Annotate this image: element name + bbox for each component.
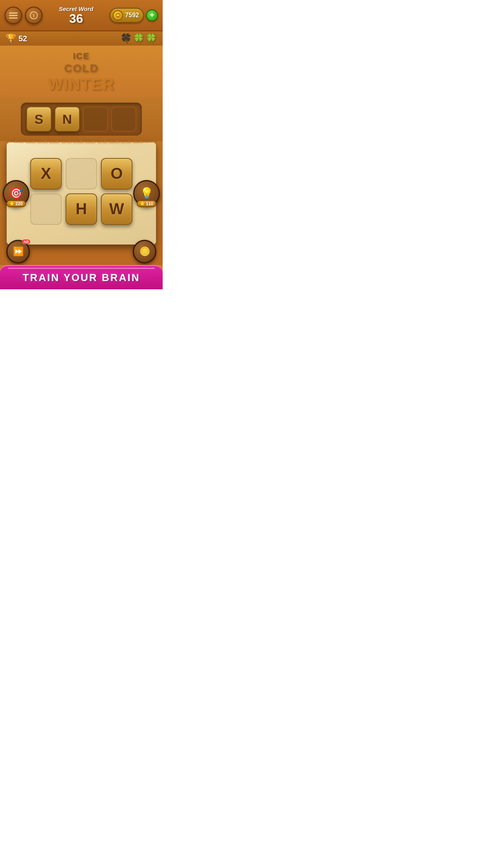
letter-tile-x[interactable]: X — [30, 158, 62, 189]
shuffle-cost-badge: ⭐ 220 — [6, 200, 26, 207]
trophy-score: 🏆 52 — [6, 33, 27, 44]
shuffle-powerup-button[interactable]: 🎯 ⭐ 220 — [3, 180, 29, 207]
letter-tile-o[interactable]: O — [101, 158, 132, 189]
parchment-area: 🎯 ⭐ 220 💡 ⭐ 110 X O H — [0, 141, 163, 265]
answer-tile-1[interactable]: N — [55, 107, 80, 132]
clue-word-1: ICE — [73, 51, 90, 61]
score-number: 52 — [18, 34, 27, 43]
crown-icon — [115, 13, 121, 18]
letter-tile-empty-2 — [30, 193, 62, 225]
header: i Secret Word 36 7592 + — [0, 0, 163, 31]
add-coins-button[interactable]: + — [146, 9, 158, 21]
letter-tile-h[interactable]: H — [66, 193, 97, 225]
menu-button[interactable] — [5, 7, 22, 24]
answer-tile-3[interactable] — [111, 107, 136, 132]
clover-icon-2: 🍀 — [133, 33, 145, 44]
coin-display: 7592 — [110, 8, 144, 23]
coin-icon — [113, 10, 123, 20]
answer-tile-2[interactable] — [83, 107, 108, 132]
parchment: 🎯 ⭐ 220 💡 ⭐ 110 X O H — [7, 142, 156, 245]
info-button[interactable]: i — [25, 7, 42, 24]
clover-icon-1: 🍀 — [120, 33, 132, 44]
lightbulb-icon: 💡 — [140, 187, 154, 200]
dart-icon: 🎯 — [9, 187, 23, 200]
shuffle-cost: 220 — [15, 201, 22, 206]
clovers: 🍀 🍀 🍀 — [120, 33, 157, 44]
menu-icon — [9, 11, 18, 20]
trophy-icon: 🏆 — [6, 33, 16, 44]
level-number: 36 — [42, 12, 110, 25]
ad-badge: AD — [22, 239, 30, 244]
hint-powerup-button[interactable]: 💡 ⭐ 110 — [133, 180, 160, 207]
clue-word-3: WINTER — [48, 75, 115, 93]
letter-tile-w[interactable]: W — [101, 193, 132, 225]
svg-rect-2 — [9, 17, 18, 18]
game-screen: i Secret Word 36 7592 + 🏆 — [0, 0, 163, 289]
bottom-row: ⏩ AD 🪙 — [0, 240, 163, 263]
skip-icon: ⏩ — [13, 246, 24, 257]
header-left: i — [5, 7, 42, 24]
svg-rect-1 — [9, 15, 18, 16]
header-right: 7592 + — [110, 8, 158, 23]
score-row: 🏆 52 🍀 🍀 🍀 — [0, 31, 163, 46]
header-center: Secret Word 36 — [42, 6, 110, 25]
info-icon: i — [29, 11, 38, 20]
answer-area: S N — [0, 97, 163, 141]
extra-button[interactable]: 🪙 — [133, 240, 156, 263]
letter-tile-empty-1 — [66, 158, 97, 189]
letter-grid: X O H W — [30, 158, 132, 225]
svg-rect-0 — [9, 12, 18, 13]
star-icon-2: ⭐ — [140, 201, 145, 206]
extra-icon: 🪙 — [139, 246, 150, 257]
clue-word-2: COLD — [64, 62, 98, 75]
answer-tile-0[interactable]: S — [26, 107, 51, 132]
answer-box: S N — [21, 103, 142, 136]
coin-amount: 7592 — [125, 12, 139, 19]
star-icon: ⭐ — [9, 201, 14, 206]
hint-cost-badge: ⭐ 110 — [137, 200, 156, 207]
svg-text:i: i — [33, 12, 35, 18]
hint-cost: 110 — [146, 201, 153, 206]
clover-icon-3: 🍀 — [145, 33, 157, 44]
skip-button[interactable]: ⏩ AD — [6, 240, 30, 263]
bottom-banner: TRAIN YOUR BRAIN — [0, 265, 163, 289]
clue-area: ICE COLD WINTER — [0, 46, 163, 97]
banner-text: TRAIN YOUR BRAIN — [8, 272, 155, 284]
